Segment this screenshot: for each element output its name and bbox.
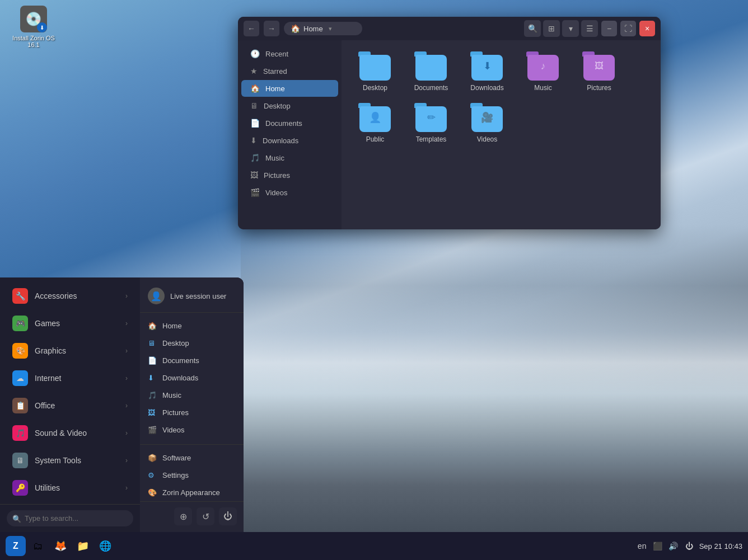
- fm-folder-documents[interactable]: Documents: [409, 51, 454, 92]
- app-category-utilities[interactable]: 🔑 Utilities ›: [3, 474, 137, 501]
- fm-sidebar-videos[interactable]: 🎬 Videos: [241, 184, 338, 201]
- fm-menu-button[interactable]: ☰: [581, 20, 598, 37]
- menu-nav-settings[interactable]: ⚙ Settings: [140, 467, 244, 484]
- menu-appearance-icon: 🎨: [148, 488, 157, 497]
- fm-sort-button[interactable]: ▾: [562, 20, 579, 37]
- menu-home-label: Home: [162, 322, 182, 330]
- menu-appearance-label: Zorin Appearance: [162, 488, 220, 497]
- taskbar-firefox-button[interactable]: 🦊: [50, 536, 71, 556]
- menu-bottom-actions: ⊕ ↺ ⏻: [140, 501, 244, 531]
- fm-minimize-button[interactable]: −: [601, 21, 617, 36]
- fm-folder-pictures[interactable]: 🖼 Pictures: [577, 51, 621, 92]
- fm-folder-music[interactable]: ♪ Music: [521, 51, 565, 92]
- menu-nav-documents[interactable]: 📄 Documents: [140, 352, 244, 369]
- fm-location-label: Home: [303, 25, 323, 33]
- fm-folder-desktop-label: Desktop: [363, 84, 387, 92]
- menu-nav-desktop[interactable]: 🖥 Desktop: [140, 335, 244, 352]
- fm-folder-downloads[interactable]: ⬇ Downloads: [465, 51, 509, 92]
- fm-toolbar-right: 🔍 ⊞ ▾ ☰ − ⛶ ×: [524, 20, 655, 37]
- fm-titlebar: ← → 🏠 Home ▾ 🔍 ⊞ ▾ ☰ − ⛶ ×: [238, 17, 661, 40]
- search-input[interactable]: [7, 510, 133, 526]
- videos-icon: 🎬: [250, 188, 260, 197]
- app-category-system-tools[interactable]: 🖥 System Tools ›: [3, 447, 137, 474]
- menu-videos-icon: 🎬: [148, 426, 157, 434]
- menu-system-section: 📦 Software ⚙ Settings 🎨 Zorin Appearance: [140, 444, 244, 501]
- search-icon: 🔍: [12, 514, 21, 523]
- downloads-icon: ⬇: [250, 136, 257, 145]
- tray-power-icon[interactable]: ⏻: [684, 540, 695, 552]
- search-wrapper: 🔍: [7, 510, 133, 526]
- fm-sidebar-music[interactable]: 🎵 Music: [241, 149, 338, 166]
- menu-refresh-button[interactable]: ↺: [197, 507, 214, 525]
- menu-software-label: Software: [162, 454, 191, 462]
- app-menu-right: 👤 Live session user 🏠 Home 🖥 Desktop 📄 D…: [140, 277, 244, 532]
- app-category-office[interactable]: 📋 Office ›: [3, 392, 137, 419]
- fm-folder-templates[interactable]: ✏ Templates: [409, 103, 454, 143]
- fm-content: Desktop Documents: [342, 40, 661, 229]
- fm-folders-grid: Desktop Documents: [353, 51, 649, 143]
- menu-nav-music[interactable]: 🎵 Music: [140, 387, 244, 404]
- install-zorin-label: Install Zorin OS 16.1: [11, 35, 56, 48]
- menu-nav-videos[interactable]: 🎬 Videos: [140, 421, 244, 439]
- app-category-internet-left: ☁ Internet: [12, 370, 61, 386]
- tray-volume-icon[interactable]: 🔊: [668, 540, 679, 552]
- zorin-menu-button[interactable]: Z: [6, 536, 26, 556]
- fm-folder-music-label: Music: [534, 84, 551, 92]
- menu-nav-downloads[interactable]: ⬇ Downloads: [140, 369, 244, 387]
- fm-close-button[interactable]: ×: [639, 21, 655, 36]
- taskbar-files-button[interactable]: 🗂: [28, 536, 48, 556]
- fm-folder-desktop[interactable]: Desktop: [353, 51, 398, 92]
- menu-pictures-icon: 🖼: [148, 408, 157, 417]
- menu-settings-label: Settings: [162, 471, 189, 479]
- tray-monitor-icon[interactable]: ⬛: [652, 540, 663, 552]
- app-category-accessories[interactable]: 🔧 Accessories ›: [3, 283, 137, 309]
- fm-sidebar-starred[interactable]: ★ Starred: [241, 63, 338, 79]
- app-categories-list: 🔧 Accessories › 🎮 Games › 🎨: [0, 277, 140, 504]
- fm-folder-videos[interactable]: 🎥 Videos: [465, 103, 509, 143]
- office-label: Office: [35, 401, 55, 410]
- fm-sidebar-desktop[interactable]: 🖥 Desktop: [241, 97, 338, 114]
- graphics-icon: 🎨: [12, 343, 28, 359]
- tray-locale[interactable]: en: [637, 540, 648, 552]
- menu-nav-home[interactable]: 🏠 Home: [140, 317, 244, 335]
- fm-back-button[interactable]: ←: [244, 21, 259, 36]
- taskbar-nautilus-button[interactable]: 📁: [73, 536, 93, 556]
- menu-nav-software[interactable]: 📦 Software: [140, 449, 244, 467]
- taskbar-left: Z 🗂 🦊 📁 🌐: [6, 536, 637, 556]
- fm-sidebar-recent[interactable]: 🕐 Recent: [241, 45, 338, 62]
- fm-location-bar[interactable]: 🏠 Home ▾: [284, 22, 362, 35]
- fm-sidebar-documents-label: Documents: [265, 119, 302, 128]
- internet-label: Internet: [35, 374, 61, 383]
- menu-suspend-button[interactable]: ⊕: [174, 507, 192, 525]
- fm-sidebar-home[interactable]: 🏠 Home: [241, 80, 338, 97]
- menu-nav-zorin-appearance[interactable]: 🎨 Zorin Appearance: [140, 484, 244, 501]
- app-menu-left: 🔧 Accessories › 🎮 Games › 🎨: [0, 277, 140, 532]
- app-category-office-left: 📋 Office: [12, 398, 55, 413]
- app-category-games-left: 🎮 Games: [12, 316, 60, 331]
- sound-video-icon: 🎵: [12, 425, 28, 441]
- app-category-graphics[interactable]: 🎨 Graphics ›: [3, 337, 137, 364]
- install-zorin-icon[interactable]: 💿 ⬇ Install Zorin OS 16.1: [11, 6, 56, 48]
- fm-forward-button[interactable]: →: [264, 21, 279, 36]
- app-category-games[interactable]: 🎮 Games ›: [3, 310, 137, 337]
- menu-power-button[interactable]: ⏻: [219, 507, 237, 525]
- user-avatar: 👤: [148, 288, 165, 304]
- fm-folder-public-label: Public: [366, 135, 385, 143]
- pictures-icon: 🖼: [250, 171, 258, 180]
- app-category-sound-video[interactable]: 🎵 Sound & Video ›: [3, 420, 137, 446]
- fm-search-button[interactable]: 🔍: [524, 20, 541, 37]
- fm-view-options-button[interactable]: ⊞: [543, 20, 560, 37]
- taskbar-browser-button[interactable]: 🌐: [95, 536, 115, 556]
- fm-sidebar-pictures[interactable]: 🖼 Pictures: [241, 167, 338, 183]
- fm-folder-videos-label: Videos: [477, 135, 497, 143]
- menu-nav-pictures[interactable]: 🖼 Pictures: [140, 404, 244, 421]
- office-icon: 📋: [12, 398, 28, 413]
- fm-maximize-button[interactable]: ⛶: [620, 21, 636, 36]
- internet-icon: ☁: [12, 370, 28, 386]
- fm-sidebar-downloads[interactable]: ⬇ Downloads: [241, 132, 338, 149]
- fm-sidebar-documents[interactable]: 📄 Documents: [241, 115, 338, 131]
- app-category-internet[interactable]: ☁ Internet ›: [3, 365, 137, 392]
- menu-music-icon: 🎵: [148, 391, 157, 399]
- menu-desktop-icon: 🖥: [148, 339, 157, 347]
- fm-folder-public[interactable]: 👤 Public: [353, 103, 398, 143]
